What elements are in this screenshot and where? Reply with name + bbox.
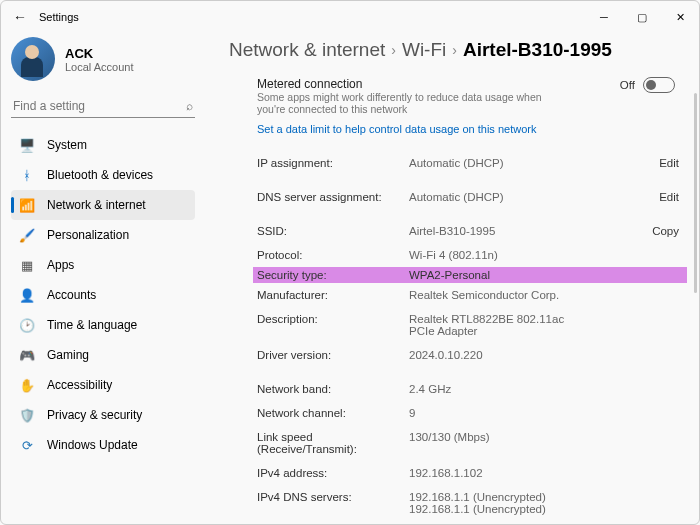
sidebar-item-label: Accessibility bbox=[47, 378, 112, 392]
user-name: ACK bbox=[65, 46, 134, 61]
prop-label: IP assignment: bbox=[257, 157, 409, 169]
nav-icon: ▦ bbox=[19, 257, 35, 273]
sidebar-item-label: Windows Update bbox=[47, 438, 138, 452]
window-title: Settings bbox=[39, 11, 79, 23]
metered-toggle[interactable] bbox=[643, 77, 675, 93]
sidebar-item-label: Bluetooth & devices bbox=[47, 168, 153, 182]
prop-value: Automatic (DHCP) bbox=[409, 157, 659, 169]
sidebar-item-system[interactable]: 🖥️System bbox=[11, 130, 195, 160]
nav-icon: ⟳ bbox=[19, 437, 35, 453]
prop-value: Wi-Fi 4 (802.11n) bbox=[409, 249, 683, 261]
sidebar-item-bluetooth-devices[interactable]: ᚼBluetooth & devices bbox=[11, 160, 195, 190]
nav-icon: ✋ bbox=[19, 377, 35, 393]
nav-icon: 🖥️ bbox=[19, 137, 35, 153]
toggle-state: Off bbox=[620, 79, 635, 91]
prop-value: 192.168.1.102 bbox=[409, 467, 683, 479]
edit-ip-button[interactable]: Edit bbox=[659, 157, 683, 169]
sidebar-item-windows-update[interactable]: ⟳Windows Update bbox=[11, 430, 195, 460]
sidebar-item-gaming[interactable]: 🎮Gaming bbox=[11, 340, 195, 370]
search-input[interactable] bbox=[13, 99, 186, 113]
prop-label: IPv4 address: bbox=[257, 467, 409, 479]
nav-icon: 👤 bbox=[19, 287, 35, 303]
scrollbar[interactable] bbox=[694, 93, 697, 293]
nav-icon: ᚼ bbox=[19, 167, 35, 183]
metered-subtitle: Some apps might work differently to redu… bbox=[257, 91, 557, 115]
prop-value: WPA2-Personal bbox=[409, 269, 683, 281]
nav-icon: 🖌️ bbox=[19, 227, 35, 243]
sidebar-item-privacy-security[interactable]: 🛡️Privacy & security bbox=[11, 400, 195, 430]
prop-value: Automatic (DHCP) bbox=[409, 191, 659, 203]
sidebar-item-label: Apps bbox=[47, 258, 74, 272]
chevron-right-icon: › bbox=[452, 42, 457, 58]
sidebar-item-network-internet[interactable]: 📶Network & internet bbox=[11, 190, 195, 220]
prop-value: 192.168.1.1 (Unencrypted) 192.168.1.1 (U… bbox=[409, 491, 683, 515]
breadcrumb: Network & internet › Wi-Fi › Airtel-B310… bbox=[229, 39, 683, 61]
search-icon: ⌕ bbox=[186, 99, 193, 113]
prop-label: Manufacturer: bbox=[257, 289, 409, 301]
nav-icon: 🛡️ bbox=[19, 407, 35, 423]
search-box[interactable]: ⌕ bbox=[11, 95, 195, 118]
user-sub: Local Account bbox=[65, 61, 134, 73]
breadcrumb-network[interactable]: Network & internet bbox=[229, 39, 385, 61]
prop-label: Network band: bbox=[257, 383, 409, 395]
sidebar-item-label: Network & internet bbox=[47, 198, 146, 212]
data-limit-link[interactable]: Set a data limit to help control data us… bbox=[257, 123, 683, 135]
copy-button[interactable]: Copy bbox=[652, 225, 683, 237]
maximize-button[interactable]: ▢ bbox=[623, 1, 661, 33]
sidebar-item-accessibility[interactable]: ✋Accessibility bbox=[11, 370, 195, 400]
sidebar-item-label: System bbox=[47, 138, 87, 152]
prop-value: Airtel-B310-1995 bbox=[409, 225, 652, 237]
sidebar-item-time-language[interactable]: 🕑Time & language bbox=[11, 310, 195, 340]
back-button[interactable]: ← bbox=[13, 9, 33, 25]
sidebar-item-accounts[interactable]: 👤Accounts bbox=[11, 280, 195, 310]
prop-label: Driver version: bbox=[257, 349, 409, 361]
prop-value: 130/130 (Mbps) bbox=[409, 431, 683, 443]
sidebar-item-label: Time & language bbox=[47, 318, 137, 332]
sidebar-item-label: Gaming bbox=[47, 348, 89, 362]
sidebar-item-apps[interactable]: ▦Apps bbox=[11, 250, 195, 280]
prop-value: 2.4 GHz bbox=[409, 383, 683, 395]
prop-label: SSID: bbox=[257, 225, 409, 237]
sidebar-item-label: Accounts bbox=[47, 288, 96, 302]
metered-title: Metered connection bbox=[257, 77, 620, 91]
close-button[interactable]: ✕ bbox=[661, 1, 699, 33]
prop-value: Realtek Semiconductor Corp. bbox=[409, 289, 683, 301]
nav-icon: 🎮 bbox=[19, 347, 35, 363]
highlighted-row: Security type: WPA2-Personal bbox=[253, 267, 687, 283]
prop-label: Link speed (Receive/Transmit): bbox=[257, 431, 409, 455]
sidebar-item-label: Privacy & security bbox=[47, 408, 142, 422]
prop-label: Description: bbox=[257, 313, 409, 325]
user-block[interactable]: ACK Local Account bbox=[11, 37, 195, 81]
sidebar: ACK Local Account ⌕ 🖥️SystemᚼBluetooth &… bbox=[1, 33, 201, 524]
chevron-right-icon: › bbox=[391, 42, 396, 58]
prop-label: Security type: bbox=[257, 269, 409, 281]
nav-icon: 🕑 bbox=[19, 317, 35, 333]
main-panel: Network & internet › Wi-Fi › Airtel-B310… bbox=[201, 33, 699, 524]
prop-label: Network channel: bbox=[257, 407, 409, 419]
prop-value: 9 bbox=[409, 407, 683, 419]
breadcrumb-current: Airtel-B310-1995 bbox=[463, 39, 612, 61]
nav-icon: 📶 bbox=[19, 197, 35, 213]
sidebar-item-personalization[interactable]: 🖌️Personalization bbox=[11, 220, 195, 250]
prop-label: DNS server assignment: bbox=[257, 191, 409, 203]
prop-value: Realtek RTL8822BE 802.11ac PCIe Adapter bbox=[409, 313, 589, 337]
breadcrumb-wifi[interactable]: Wi-Fi bbox=[402, 39, 446, 61]
avatar bbox=[11, 37, 55, 81]
edit-dns-button[interactable]: Edit bbox=[659, 191, 683, 203]
prop-label: IPv4 DNS servers: bbox=[257, 491, 409, 503]
titlebar: ← Settings ─ ▢ ✕ bbox=[1, 1, 699, 33]
minimize-button[interactable]: ─ bbox=[585, 1, 623, 33]
sidebar-item-label: Personalization bbox=[47, 228, 129, 242]
prop-value: 2024.0.10.220 bbox=[409, 349, 683, 361]
prop-label: Protocol: bbox=[257, 249, 409, 261]
